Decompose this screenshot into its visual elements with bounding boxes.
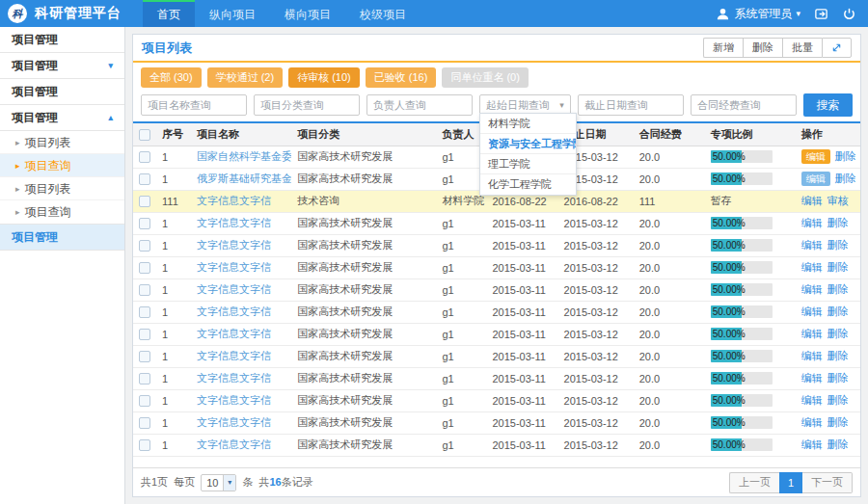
row-checkbox[interactable] [139, 329, 150, 340]
编辑-action[interactable]: 编辑 [801, 438, 823, 450]
filter-tag[interactable]: 全部 (30) [141, 67, 202, 88]
project-name-link[interactable]: 文字信息文字信 [197, 438, 271, 450]
lock-screen-icon[interactable] [814, 7, 828, 21]
project-name-link[interactable]: 文字信息文字信 [197, 372, 271, 384]
编辑-action[interactable]: 编辑 [801, 394, 823, 406]
row-checkbox[interactable] [139, 196, 150, 207]
row-checkbox[interactable] [139, 417, 150, 429]
审核-action[interactable]: 审核 [827, 195, 849, 206]
row-checkbox[interactable] [139, 373, 150, 385]
dropdown-option[interactable]: 化学工程学院 [480, 174, 576, 195]
编辑-action[interactable]: 编辑 [801, 239, 823, 251]
删除-action[interactable]: 删除 [827, 372, 849, 384]
sidebar-subitem-3-0[interactable]: ▸项目列表 [0, 131, 124, 154]
删除-action[interactable]: 删除 [827, 416, 849, 428]
page-size-select[interactable]: 10 ▾ [201, 474, 236, 491]
编辑-action[interactable]: 编辑 [801, 350, 823, 361]
编辑-action[interactable]: 编辑 [801, 283, 823, 295]
删除-action[interactable]: 删除 [827, 261, 849, 273]
filter-tag[interactable]: 已验收 (16) [366, 67, 437, 88]
user-menu[interactable]: 系统管理员 ▾ [716, 6, 800, 22]
nav-item-校级项目[interactable]: 校级项目 [345, 0, 420, 27]
删除-action[interactable]: 删除 [827, 438, 849, 450]
project-name-link[interactable]: 俄罗斯基础研究基金会 [197, 172, 291, 184]
row-checkbox[interactable] [139, 306, 150, 318]
project-name-link[interactable]: 文字信息文字信 [197, 305, 271, 317]
search-button[interactable]: 搜索 [803, 93, 853, 117]
project-name-link[interactable]: 文字信息文字信 [197, 239, 271, 251]
project-name-link[interactable]: 文字信息文字信 [197, 217, 271, 228]
sidebar-item-4[interactable]: 项目管理 [0, 225, 124, 251]
end-date-input[interactable] [578, 94, 684, 116]
project-name-link[interactable]: 文字信息文字信 [197, 350, 271, 361]
删除-action[interactable]: 删除 [835, 150, 856, 162]
project-name-link[interactable]: 文字信息文字信 [197, 328, 271, 339]
编辑-action[interactable]: 编辑 [801, 149, 830, 164]
row-checkbox[interactable] [139, 351, 150, 362]
新增-button[interactable]: 新增 [703, 38, 743, 58]
row-checkbox[interactable] [139, 173, 150, 185]
sidebar-subitem-3-2[interactable]: ▸项目列表 [0, 177, 124, 200]
row-checkbox[interactable] [139, 218, 150, 229]
删除-action[interactable]: 删除 [827, 283, 849, 295]
sidebar-item-2[interactable]: 项目管理 [0, 79, 124, 105]
sidebar-item-1[interactable]: 项目管理▾ [0, 53, 124, 79]
filter-tag[interactable]: 学校通过 (2) [207, 67, 284, 88]
project-name-link[interactable]: 文字信息文字信 [197, 195, 271, 206]
records-text: 共16条记录 [258, 475, 312, 490]
row-checkbox[interactable] [139, 262, 150, 274]
批量-button[interactable]: 批量 [782, 38, 822, 58]
nav-item-首页[interactable]: 首页 [143, 0, 195, 27]
sidebar-subitem-3-1[interactable]: ▸项目查询 [0, 154, 124, 177]
dropdown-option[interactable]: 材料学院 [480, 114, 576, 134]
project-category-input[interactable] [254, 94, 360, 116]
编辑-action[interactable]: 编辑 [801, 328, 823, 339]
project-name-link[interactable]: 国家自然科学基金委员会 [197, 150, 291, 162]
next-page-button[interactable]: 下一页 [802, 472, 853, 493]
删除-button[interactable]: 删除 [743, 38, 782, 58]
编辑-action[interactable]: 编辑 [801, 172, 830, 186]
pagination-bar: 共1页 每页 10 ▾ 条 共16条记录 上一页 1 下一页 [133, 467, 860, 496]
删除-action[interactable]: 删除 [835, 172, 856, 184]
power-icon[interactable] [842, 7, 856, 21]
project-name-link[interactable]: 文字信息文字信 [197, 394, 271, 406]
cell-category: 国家高技术研究发展 [291, 279, 436, 301]
leader-input[interactable] [366, 94, 473, 116]
expand-button[interactable] [822, 38, 852, 58]
sidebar-subitem-3-3[interactable]: ▸项目查询 [0, 200, 124, 224]
select-all-checkbox[interactable] [139, 129, 150, 141]
row-checkbox[interactable] [139, 395, 150, 407]
删除-action[interactable]: 删除 [827, 239, 849, 251]
project-name-input[interactable] [141, 94, 247, 116]
编辑-action[interactable]: 编辑 [801, 261, 823, 273]
sidebar-item-3[interactable]: 项目管理▴ [0, 105, 124, 131]
project-name-link[interactable]: 文字信息文字信 [197, 261, 271, 273]
删除-action[interactable]: 删除 [827, 305, 849, 317]
table-row: 1文字信息文字信国家高技术研究发展g12015-03-112015-03-122… [133, 389, 860, 411]
project-name-link[interactable]: 文字信息文字信 [197, 416, 271, 428]
删除-action[interactable]: 删除 [827, 350, 849, 361]
prev-page-button[interactable]: 上一页 [729, 472, 779, 493]
删除-action[interactable]: 删除 [827, 217, 849, 228]
编辑-action[interactable]: 编辑 [801, 217, 823, 228]
nav-item-纵向项目[interactable]: 纵向项目 [195, 0, 270, 27]
编辑-action[interactable]: 编辑 [801, 416, 823, 428]
fee-input[interactable] [691, 94, 797, 116]
删除-action[interactable]: 删除 [827, 394, 849, 406]
row-checkbox[interactable] [139, 439, 150, 451]
row-checkbox[interactable] [139, 151, 150, 163]
sidebar-item-0[interactable]: 项目管理 [0, 27, 124, 53]
dropdown-option[interactable]: 理工学院 [480, 154, 576, 174]
编辑-action[interactable]: 编辑 [801, 305, 823, 317]
row-checkbox[interactable] [139, 284, 150, 296]
删除-action[interactable]: 删除 [827, 328, 849, 339]
filter-tag[interactable]: 待审核 (10) [288, 67, 360, 88]
cell-leader: g1 [436, 212, 486, 234]
编辑-action[interactable]: 编辑 [801, 372, 823, 384]
dropdown-option[interactable]: 资源与安全工程学院 [480, 134, 576, 154]
编辑-action[interactable]: 编辑 [801, 195, 823, 206]
current-page[interactable]: 1 [779, 472, 802, 493]
project-name-link[interactable]: 文字信息文字信 [197, 283, 271, 295]
nav-item-横向项目[interactable]: 横向项目 [270, 0, 345, 27]
row-checkbox[interactable] [139, 240, 150, 252]
